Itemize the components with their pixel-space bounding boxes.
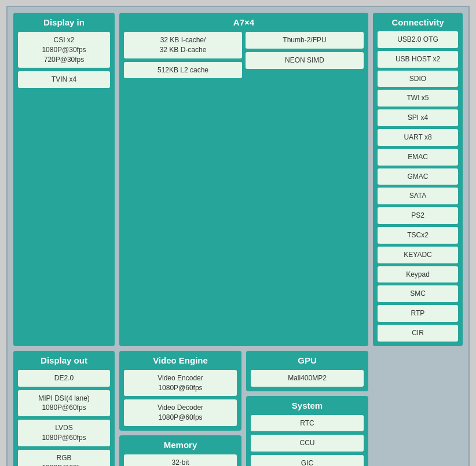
video-item-1: Video Decoder1080P@60fps [124, 399, 237, 426]
memory-block: Memory 32-bitDDR3/DDR3L 8-bit NDFC64-bit… [119, 435, 241, 466]
conn-item-5: UART x8 [378, 129, 458, 146]
system-block: System RTC CCU GIC DMA Timer PWM Crypto … [246, 396, 368, 466]
a7-item-0: 32 KB I-cache/32 KB D-cache [124, 32, 242, 58]
system-item-0: RTC [251, 415, 364, 432]
main-diagram: Display in CSI x21080P@30fps720P@30fps T… [6, 6, 470, 466]
display-out-title: Display out [18, 355, 110, 365]
connectivity-block: Connectivity USB2.0 OTG USB HOST x2 SDIO… [373, 13, 463, 346]
memory-item-0: 32-bitDDR3/DDR3L [124, 454, 237, 466]
connectivity-spacer [373, 351, 463, 466]
display-in-item-0: CSI x21080P@30fps720P@30fps [18, 32, 110, 68]
system-item-2: GIC [251, 455, 364, 466]
gpu-block: GPU Mali400MP2 [246, 351, 368, 391]
a7-title: A7×4 [124, 17, 364, 27]
conn-item-12: Keypad [378, 266, 458, 283]
a7-item-1: 512KB L2 cache [124, 62, 242, 79]
conn-item-10: TSCx2 [378, 227, 458, 244]
video-engine-block: Video Engine Video Encoder1080P@60fps Vi… [119, 351, 241, 431]
display-out-item-3: RGB1080P@60fps [18, 450, 110, 466]
conn-item-4: SPI x4 [378, 109, 458, 126]
a7-block: A7×4 32 KB I-cache/32 KB D-cache 512KB L… [119, 13, 368, 346]
conn-item-7: GMAC [378, 168, 458, 185]
conn-item-13: SMC [378, 285, 458, 302]
conn-item-8: SATA [378, 188, 458, 204]
gpu-item-0: Mali400MP2 [251, 370, 364, 387]
system-title: System [251, 401, 364, 410]
display-in-item-1: TVIN x4 [18, 71, 110, 88]
conn-item-9: PS2 [378, 207, 458, 224]
conn-item-1: USB HOST x2 [378, 51, 458, 68]
conn-item-6: EMAC [378, 149, 458, 166]
video-item-0: Video Encoder1080P@60fps [124, 370, 237, 397]
gpu-title: GPU [251, 355, 364, 365]
a7-item-3: NEON SIMD [246, 52, 364, 69]
display-in-title: Display in [18, 17, 110, 27]
a7-item-2: Thumb-2/FPU [246, 32, 364, 49]
gpu-system-column: GPU Mali400MP2 System RTC CCU GIC DMA Ti… [246, 351, 368, 466]
display-out-item-1: MIPI DSI(4 lane)1080P@60fps [18, 390, 110, 417]
system-item-1: CCU [251, 435, 364, 452]
conn-item-0: USB2.0 OTG [378, 31, 458, 48]
conn-item-3: TWI x5 [378, 90, 458, 107]
memory-title: Memory [124, 440, 237, 450]
conn-item-14: RTP [378, 305, 458, 322]
conn-item-11: KEYADC [378, 247, 458, 263]
video-engine-title: Video Engine [124, 355, 237, 365]
mid-center-column: Video Engine Video Encoder1080P@60fps Vi… [119, 351, 241, 466]
display-in-block: Display in CSI x21080P@30fps720P@30fps T… [13, 13, 115, 346]
display-out-item-2: LVDS1080P@60fps [18, 420, 110, 446]
display-out-item-0: DE2.0 [18, 370, 110, 387]
connectivity-title: Connectivity [378, 17, 458, 27]
conn-item-15: CIR [378, 325, 458, 342]
connectivity-column: Connectivity USB2.0 OTG USB HOST x2 SDIO… [373, 13, 463, 346]
conn-item-2: SDIO [378, 71, 458, 87]
display-out-block: Display out DE2.0 MIPI DSI(4 lane)1080P@… [13, 351, 115, 466]
